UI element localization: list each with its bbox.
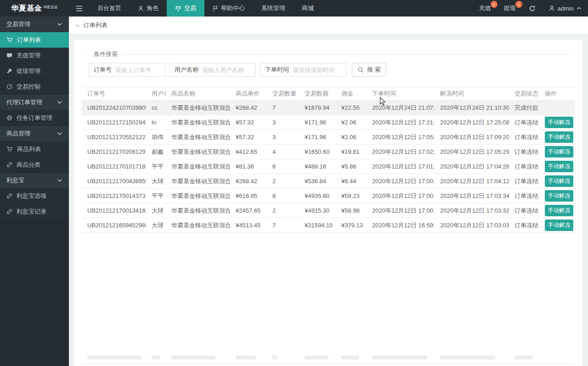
cell-qty: 2 xyxy=(267,207,299,214)
header-right: 充值 0 提现 1 admin xyxy=(473,0,588,17)
sidebar-item-2[interactable]: 充值管理 xyxy=(0,48,69,63)
column-header-1: 用户名 xyxy=(146,90,166,98)
sidebar-item-12[interactable]: 利息宝记录 xyxy=(0,204,69,220)
cell-action: 手动解冻 xyxy=(539,190,575,202)
brand-logo: 华夏基金华夏基金 xyxy=(0,0,69,17)
withdraw-button[interactable]: 提现 1 xyxy=(498,0,522,17)
withdraw-badge: 1 xyxy=(515,1,522,8)
brand-superscript: 华夏基金 xyxy=(43,5,58,10)
sidebar-item-11[interactable]: 利息宝选项 xyxy=(0,188,69,204)
cell-qty: 2 xyxy=(267,178,299,185)
column-header-8: 解冻时间 xyxy=(435,90,509,98)
sidebar-item-4[interactable]: 交易控制 xyxy=(0,79,69,95)
person-icon xyxy=(138,6,144,11)
nav-item-4[interactable]: 系统管理 xyxy=(253,0,294,17)
unfreeze-button[interactable]: 手动解冻 xyxy=(545,205,573,216)
cell-amount: ¥1650.60 xyxy=(299,148,336,155)
sidebar-item-8[interactable]: 商品列表 xyxy=(0,141,69,157)
breadcrumb: » 订单列表 xyxy=(69,17,588,34)
recharge-button[interactable]: 充值 0 xyxy=(473,0,498,17)
wrench-icon xyxy=(6,68,12,74)
cell-user: 郝鑫 xyxy=(146,148,166,156)
top-header: 华夏基金华夏基金 后台首页角色交易帮助中心系统管理商城 充值 0 提现 1 ad… xyxy=(0,0,588,17)
table-row: UB2012121658114036郝鑫华夏基金移动互联混合¥812.454¥3… xyxy=(82,363,575,366)
cell-unfreeze_time: 2020年12月12日 17:03:03 xyxy=(435,221,509,230)
sidebar-item-3[interactable]: 提现管理 xyxy=(0,63,69,79)
sidebar: 交易管理订单列表充值管理提现管理交易控制代理订单管理任务订单管理商品管理商品列表… xyxy=(0,17,69,366)
nav-item-0[interactable]: 后台首页 xyxy=(89,0,130,17)
unfreeze-button[interactable]: 手动解冻 xyxy=(545,117,573,128)
user-name-input[interactable] xyxy=(202,64,255,76)
recharge-badge: 0 xyxy=(491,1,498,8)
cell-product: 华夏基金移动互联混合 xyxy=(166,133,230,141)
nav-item-3[interactable]: 帮助中心 xyxy=(204,0,253,17)
column-header-7: 下单时间 xyxy=(367,90,435,98)
cell-user: 平平 xyxy=(146,163,166,171)
sidebar-item-9[interactable]: 商品分类 xyxy=(0,157,69,173)
cell-user: 平平 xyxy=(146,192,166,200)
search-bar: 订单号 用户名称 下单时间 搜 索 xyxy=(89,63,575,77)
search-button[interactable]: 搜 索 xyxy=(352,63,386,77)
cell-commission: ¥379.13 xyxy=(336,222,367,229)
unfreeze-button[interactable]: 手动解冻 xyxy=(545,161,573,172)
sidebar-group-5[interactable]: 代理订单管理 xyxy=(0,95,69,110)
cell-unfreeze_time: 2020年12月12日 17:25:08 xyxy=(435,118,509,127)
refresh-button[interactable] xyxy=(522,0,542,17)
cell-order_time: 2020年12月12日 17:00:13 xyxy=(367,207,435,215)
column-header-2: 商品名称 xyxy=(166,90,230,98)
sidebar-item-6[interactable]: 任务订单管理 xyxy=(0,110,69,126)
flag-icon xyxy=(213,6,218,11)
unfreeze-button[interactable]: 手动解冻 xyxy=(545,146,573,158)
cell-order_no: UB2012121702081297 xyxy=(82,148,146,155)
cell-amount: ¥536.84 xyxy=(299,178,336,185)
cell-commission: ¥19.81 xyxy=(336,148,367,155)
cell-unfreeze_time: 2020年12月12日 17:03:34 xyxy=(435,192,509,200)
chevron-up-icon xyxy=(577,6,582,10)
table-body: UB2012242107039805cc华夏基金移动互联混合¥268.427¥1… xyxy=(82,101,575,233)
sidebar-item-1[interactable]: 订单列表 xyxy=(0,32,69,48)
unfreeze-button[interactable]: 手动解冻 xyxy=(545,190,573,202)
sidebar-group-10[interactable]: 利息宝 xyxy=(0,173,69,188)
unfreeze-button[interactable]: 手动解冻 xyxy=(545,175,573,187)
sidebar-item-label: 利息宝记录 xyxy=(17,208,46,216)
cell-order_no: UB2012121705521223 xyxy=(82,134,146,141)
sidebar-group-label: 利息宝 xyxy=(6,176,24,185)
partial-row-container: UB2012121658114036郝鑫华夏基金移动互联混合¥812.454¥3… xyxy=(82,363,575,366)
unfreeze-button[interactable]: 手动解冻 xyxy=(545,220,573,231)
cell-order_time: 2020年12月24日 21:07:03 xyxy=(367,104,435,112)
chevron-down-icon xyxy=(57,23,62,26)
sidebar-group-0[interactable]: 交易管理 xyxy=(0,17,69,32)
chevron-down-icon xyxy=(57,132,62,135)
cell-unfreeze_time: 2020年12月12日 17:04:28 xyxy=(435,163,509,171)
table-row: UB2012121721502842ln华夏基金移动互联混合¥57.323¥17… xyxy=(82,115,575,130)
user-name-field-group: 用户名称 xyxy=(170,63,256,77)
user-menu[interactable]: admin xyxy=(542,0,588,17)
cell-order_time: 2020年12月12日 17:00:14 xyxy=(367,192,435,200)
cell-status: 订单冻结 xyxy=(509,207,539,215)
cell-action: 手动解冻 xyxy=(539,117,575,128)
order-time-input[interactable] xyxy=(293,64,346,76)
sidebar-toggle-button[interactable] xyxy=(69,0,89,17)
order-no-input[interactable] xyxy=(115,64,165,76)
nav-item-1[interactable]: 角色 xyxy=(130,0,167,17)
cell-status: 订单冻结 xyxy=(509,118,539,127)
column-header-10: 操作 xyxy=(539,90,575,98)
link-icon xyxy=(6,193,12,199)
cell-action: 手动解冻 xyxy=(539,161,575,172)
nav-item-5[interactable]: 商城 xyxy=(294,0,322,17)
sidebar-group-7[interactable]: 商品管理 xyxy=(0,126,69,141)
scale-icon xyxy=(175,6,181,11)
cell-order_time: 2020年12月12日 17:02:08 xyxy=(367,148,435,156)
cell-product: 华夏基金移动互联混合 xyxy=(166,118,230,127)
sidebar-item-label: 任务订单管理 xyxy=(17,114,52,122)
cell-product: 华夏基金移动互联混合 xyxy=(166,177,230,186)
cell-user: 胡伟 xyxy=(146,133,166,141)
cart-icon xyxy=(6,37,13,43)
nav-item-2[interactable]: 交易 xyxy=(167,0,204,17)
unfreeze-button[interactable]: 手动解冻 xyxy=(545,131,573,143)
cell-price: ¥81.36 xyxy=(230,163,267,170)
username-label: admin xyxy=(558,5,574,12)
cell-amount: ¥4915.30 xyxy=(299,207,336,214)
order-time-label: 下单时间 xyxy=(260,66,293,74)
cell-commission: ¥2.06 xyxy=(336,134,367,141)
